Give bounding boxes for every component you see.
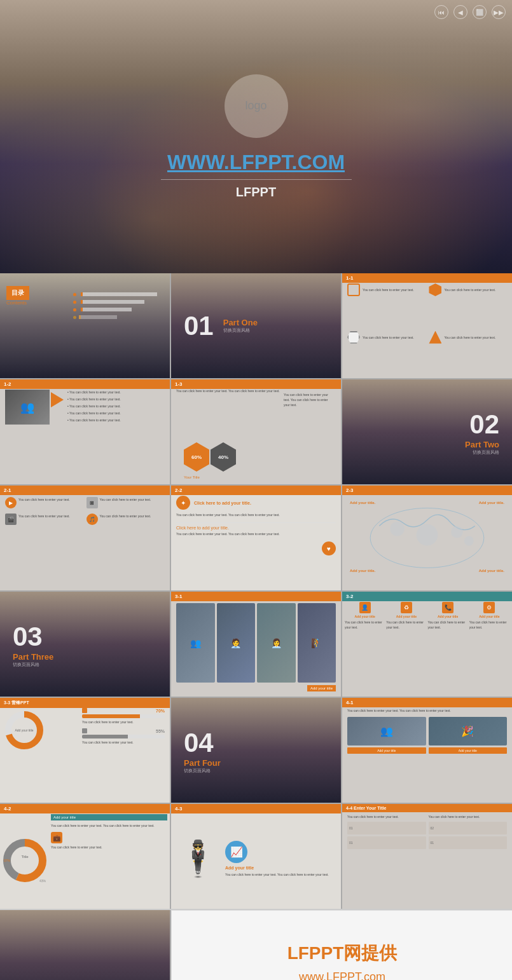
slide-3-2-desc4: You can click here to enter your text.	[469, 620, 509, 630]
contents-lines	[73, 292, 157, 319]
stop-button[interactable]: ⬜	[473, 5, 487, 19]
slide-4-4: 4-4 Enter Your Title You can click here …	[342, 804, 512, 909]
icon-person: 👤	[359, 602, 371, 613]
slide-4-2-text2: You can click here to enter your text.	[51, 845, 167, 850]
pct2-label: 43%	[39, 879, 46, 883]
slide-2-2-title: Click here to add your title.	[194, 501, 251, 505]
slide-2-3-title-bl: Add your title.	[350, 569, 375, 573]
part-four-title: Part Four	[184, 758, 221, 767]
slide-3-2-t4: Add your title	[479, 615, 499, 618]
svg-point-9	[12, 848, 38, 873]
slide-3-2-desc2: You can click here to enter your text.	[386, 620, 426, 630]
hero-divider	[161, 179, 352, 180]
slide-4-3-text: You can click here to enter your text. Y…	[225, 872, 329, 877]
slide-2-2-sub: Click here to add your title.	[176, 526, 336, 530]
hex-60: 60%	[184, 442, 209, 472]
slide-2-3-title-tl: Add your title.	[350, 501, 375, 505]
svg-point-4	[464, 536, 474, 546]
slide-4-3: 4-3 🕴 📈 Add your title You can click her…	[171, 804, 341, 909]
slide-3-3-pct1: 70%	[156, 709, 165, 713]
slide-part-four: 04 Part Four 切换页面风格	[171, 698, 341, 803]
slide-ios7: IOS7毛玻璃风格	[0, 910, 170, 980]
photo-4-1-b: 🎉	[429, 717, 508, 745]
slide-3-3-text1: You can click here to enter your text.	[82, 719, 165, 725]
slide-4-4-row4: 01	[429, 836, 508, 849]
icon-phone: 📞	[442, 602, 453, 613]
slide-1-1-text4: You can click here to enter your text.	[444, 335, 505, 340]
slide-4-1-text: You can click here to enter your text. Y…	[347, 708, 507, 713]
part-three-title: Part Three	[13, 651, 53, 661]
bottom-section: IOS7毛玻璃风格 LFPPT网提供 www.LFPPT.com	[0, 910, 512, 980]
slide-4-2-text: You can click here to enter your text. Y…	[51, 823, 167, 828]
part-two-subtitle: 切换页面风格	[465, 449, 499, 455]
part-four-number: 04	[184, 727, 221, 758]
part-two-title: Part Two	[465, 439, 499, 449]
hero-subtitle: LFPPT	[236, 185, 276, 200]
playback-controls: ⏮ ◀ ⬜ ▶▶	[434, 5, 506, 19]
slide-1-2-bullet3: • You can click here to enter your text.	[67, 404, 165, 409]
icon-briefcase: 💼	[51, 832, 62, 843]
slide-1-1-text2: You can click here to enter your text.	[444, 287, 505, 292]
slide-2-1-label: 2-1	[0, 486, 170, 495]
logo: logo	[225, 74, 288, 138]
slide-4-2-box-title: Add your title	[51, 814, 167, 820]
slide-3-3-chart-label: Add your title	[15, 728, 33, 732]
slide-1-2-bullet1: • You can click here to enter your text.	[67, 390, 165, 395]
slide-contents: 目录 Contents	[0, 273, 170, 378]
promo-main: LFPPT网提供	[287, 941, 398, 965]
slide-1-2-bullet5: • You can click here to enter your text.	[67, 418, 165, 423]
part-one-subtitle: 切换页面风格	[223, 327, 258, 334]
slide-3-2-t1: Add your title	[355, 615, 375, 618]
photo-4-1-a: 👥	[347, 717, 426, 745]
slide-3-3-label: 3-3 雷锋PPT	[0, 698, 170, 708]
slide-4-4-row3: 02	[429, 822, 508, 834]
slide-3-3-text2: You can click here to enter your text.	[82, 740, 165, 745]
slide-3-1-add-title: Add your title	[307, 685, 336, 691]
slide-4-3-title: Add your title	[225, 866, 329, 870]
slide-3-3: 3-3 雷锋PPT Add your title 70% You	[0, 698, 170, 803]
prev-button[interactable]: ⏮	[434, 5, 448, 19]
slide-2-1-text1: You can click here to enter your text.	[18, 497, 70, 502]
slide-4-1-cta-b: Add your title	[429, 747, 508, 754]
photo1: 👥	[176, 603, 215, 683]
photo3: 👩‍💼	[257, 603, 296, 683]
slide-2-1-text2: You can click here to enter your text.	[100, 497, 151, 502]
slide-2-3-label: 2-3	[342, 486, 512, 495]
slide-1-3: 1-3 You can click here to enter your tex…	[171, 379, 341, 484]
slide-3-2: 3-2 👤 Add your title You can click here …	[342, 592, 512, 697]
part-four-subtitle: 切换页面风格	[184, 767, 221, 773]
slide-3-2-desc3: You can click here to enter your text.	[428, 620, 468, 630]
slide-4-1-cta-a: Add your title	[347, 747, 426, 754]
pct1-label: 57%	[4, 859, 10, 862]
slide-1-2-photo: 👥	[5, 390, 50, 425]
svg-point-2	[417, 524, 438, 546]
slide-4-4-label: 4-4 Enter Your Title	[342, 804, 512, 812]
slide-4-1-label: 4-1	[342, 698, 512, 707]
slide-1-1: 1-1 You can click here to enter your tex…	[342, 273, 512, 378]
slide-1-1-label: 1-1	[342, 273, 512, 283]
world-map-svg	[347, 502, 507, 574]
photo2: 🧑‍💼	[217, 603, 256, 683]
slide-1-2-label: 1-2	[0, 379, 170, 389]
svg-point-1	[390, 522, 405, 536]
slide-4-3-label: 4-3	[171, 804, 341, 813]
slide-1-1-text3: You can click here to enter your text.	[363, 335, 424, 340]
slide-2-3-title-tr: Add your title.	[479, 501, 504, 505]
forward-button[interactable]: ▶▶	[492, 5, 506, 19]
slide-4-4-text1: You can click here to enter your text.	[347, 814, 426, 819]
contents-sublabel: Contents	[6, 300, 27, 306]
slide-part-three: 03 Part Three 切换页面风格	[0, 592, 170, 697]
slide-2-1-text3: You can click here to enter your text.	[18, 514, 70, 519]
svg-text:Title: Title	[21, 855, 29, 859]
part-three-subtitle: 切换页面风格	[13, 661, 53, 667]
slide-2-2-text2: You can click here to enter your text. Y…	[176, 531, 336, 536]
slide-2-2-text: You can click here to enter your text. Y…	[176, 512, 336, 517]
your-title-label: Your Title	[184, 475, 200, 479]
promo-url: www.LFPPT.com	[299, 970, 385, 980]
slide-2-2-label: 2-2	[171, 486, 341, 495]
back-button[interactable]: ◀	[453, 5, 467, 19]
slide-part-one: 01 Part One 切换页面风格	[171, 273, 341, 378]
slide-1-2-bullet2: • You can click here to enter your text.	[67, 397, 165, 402]
part-two-number: 02	[465, 409, 499, 439]
slide-4-2-label: 4-2	[0, 804, 170, 813]
